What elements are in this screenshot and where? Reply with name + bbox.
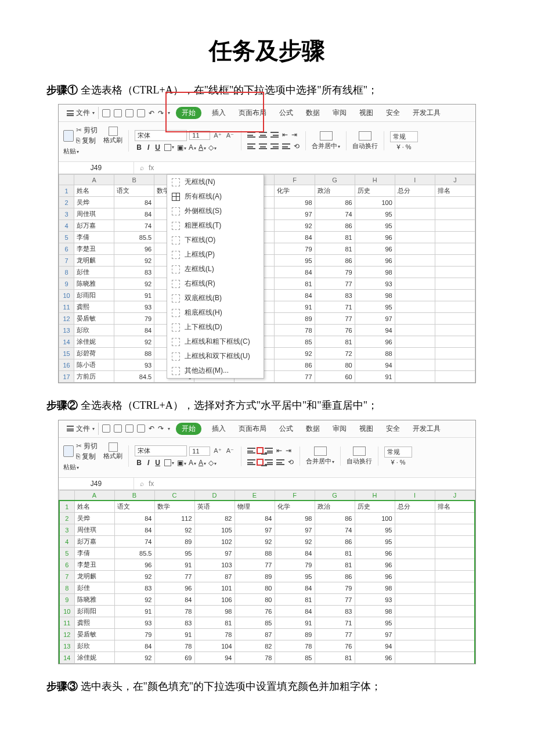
cell[interactable]: 84 (275, 548, 315, 559)
cell[interactable]: 95 (355, 208, 395, 220)
file-menu[interactable]: 文件 ▾ (63, 423, 99, 435)
cell[interactable]: 85 (275, 336, 315, 348)
cell[interactable]: 李倩 (74, 548, 114, 559)
cell[interactable]: 86 (315, 513, 355, 524)
cell[interactable]: 93 (114, 617, 154, 629)
cell[interactable]: 76 (315, 325, 355, 336)
font-shrink-icon[interactable]: A⁻ (225, 132, 235, 139)
cell[interactable] (435, 536, 475, 548)
tab-start[interactable]: 开始 (176, 107, 201, 119)
merge-label[interactable]: 合并居中▾ (306, 457, 334, 466)
cell[interactable]: 83 (315, 290, 355, 301)
cell[interactable]: 83 (315, 606, 355, 617)
cell[interactable] (395, 629, 435, 640)
cell[interactable]: 彭欣 (74, 640, 114, 652)
cell[interactable]: 95 (154, 548, 194, 559)
cell[interactable] (395, 325, 435, 336)
cell[interactable]: 93 (114, 359, 154, 371)
cell[interactable] (435, 548, 475, 559)
cell[interactable] (395, 571, 435, 582)
tab-data[interactable]: 数据 (304, 423, 322, 435)
cell[interactable]: 彭佳 (74, 267, 114, 278)
row-header[interactable]: 1 (59, 501, 74, 513)
cell[interactable]: 84 (275, 232, 315, 243)
cell[interactable] (395, 559, 435, 571)
cell[interactable]: 96 (355, 232, 395, 243)
save-icon[interactable] (125, 109, 134, 117)
cell[interactable]: 89 (275, 629, 315, 640)
cell[interactable]: 96 (355, 548, 395, 559)
row-header[interactable]: 12 (59, 629, 74, 640)
cell[interactable]: 71 (315, 617, 355, 629)
cell[interactable]: 78 (234, 652, 275, 664)
cell[interactable]: 92 (114, 571, 154, 582)
cell[interactable]: 化学 (275, 501, 315, 513)
cell[interactable]: 84 (114, 197, 154, 208)
cell[interactable]: 77 (154, 571, 194, 582)
cell[interactable]: 86 (315, 197, 355, 208)
cell[interactable]: 84 (114, 524, 154, 536)
cell[interactable]: 91 (275, 301, 315, 313)
cell[interactable] (435, 571, 475, 582)
cell[interactable]: 81 (315, 336, 355, 348)
merge-icon[interactable] (314, 447, 327, 456)
quick-more-icon[interactable]: ▾ (168, 426, 170, 431)
cell[interactable]: 龙明麒 (74, 571, 114, 582)
cell[interactable]: 陈晓雅 (74, 278, 114, 290)
cell[interactable]: 97 (275, 524, 315, 536)
row-header[interactable]: 9 (59, 278, 74, 290)
cell[interactable]: 77 (315, 629, 355, 640)
cell[interactable] (395, 513, 435, 524)
border-top-item[interactable]: 上框线(P) (167, 247, 264, 262)
cell[interactable] (435, 336, 475, 348)
border-other-item[interactable]: 其他边框(M)... (167, 363, 264, 378)
cell[interactable] (435, 220, 475, 232)
cell[interactable] (395, 606, 435, 617)
row-header[interactable]: 14 (59, 652, 74, 664)
cell[interactable] (395, 652, 435, 664)
cell[interactable]: 95 (275, 255, 315, 267)
indent-increase-icon[interactable]: ⇥ (286, 447, 291, 455)
cell[interactable]: 89 (234, 571, 275, 582)
cell[interactable]: 92 (114, 336, 154, 348)
cell[interactable]: 78 (275, 325, 315, 336)
cell[interactable]: 80 (234, 594, 275, 606)
cell[interactable]: 吴烨 (74, 197, 114, 208)
name-box[interactable]: J49 (59, 478, 134, 489)
cell[interactable]: 彭万嘉 (74, 220, 114, 232)
cell[interactable]: 95 (355, 617, 395, 629)
cell[interactable]: 101 (194, 582, 234, 594)
copy-button[interactable]: ⎘ 复制 (76, 452, 98, 462)
cell[interactable]: 74 (315, 524, 355, 536)
undo-icon[interactable]: ↶ (149, 109, 154, 117)
align-center-icon[interactable] (259, 143, 267, 149)
tab-dev[interactable]: 开发工具 (410, 107, 443, 119)
font-shrink-icon[interactable]: A⁻ (225, 447, 235, 455)
cell[interactable]: 100 (355, 513, 395, 524)
cell[interactable]: 77 (315, 313, 355, 325)
row-header[interactable]: 4 (59, 220, 74, 232)
cell[interactable]: 98 (355, 606, 395, 617)
cell[interactable]: 81 (315, 243, 355, 255)
tab-review[interactable]: 审阅 (330, 423, 349, 435)
tab-dev[interactable]: 开发工具 (410, 423, 443, 435)
cell[interactable]: 92 (275, 536, 315, 548)
cell[interactable]: 91 (154, 629, 194, 640)
fill-color-button[interactable]: ▣▾ (177, 143, 186, 152)
tab-layout[interactable]: 页面布局 (236, 423, 269, 435)
cell[interactable]: 龙明麒 (74, 255, 114, 267)
font-size-select[interactable]: 11 (189, 447, 210, 456)
cell[interactable]: 82 (234, 640, 275, 652)
paste-icon[interactable] (63, 445, 74, 457)
cell[interactable] (395, 594, 435, 606)
font-name-select[interactable]: 宋体 (135, 445, 187, 456)
indent-decrease-icon[interactable]: ⇤ (282, 131, 288, 139)
cell[interactable]: 94 (355, 359, 395, 371)
cell[interactable]: 英语 (194, 501, 234, 513)
wrap-label[interactable]: 自动换行 (352, 142, 378, 150)
cell[interactable]: 100 (355, 197, 395, 208)
cell[interactable] (435, 208, 475, 220)
cell[interactable]: 数学 (154, 501, 194, 513)
tab-insert[interactable]: 插入 (210, 423, 228, 435)
cell[interactable]: 排名 (435, 501, 475, 513)
